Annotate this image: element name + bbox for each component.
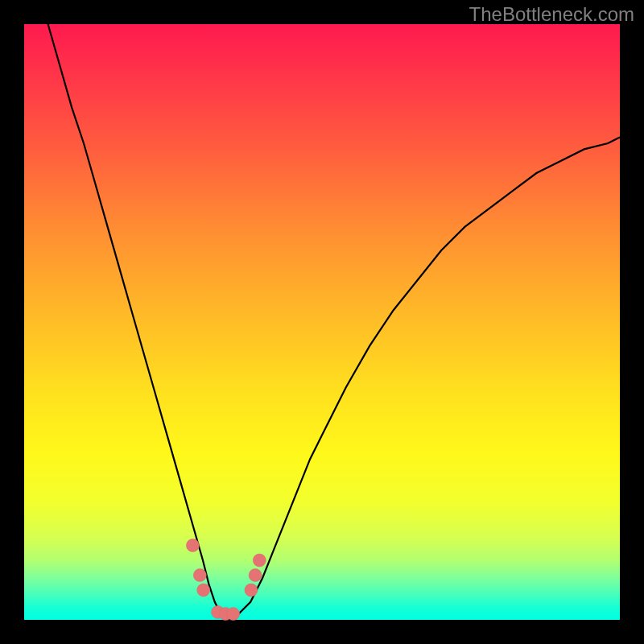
highlight-marker [186, 539, 199, 552]
curve-series [48, 24, 620, 620]
chart-container: TheBottleneck.com [0, 0, 644, 644]
plot-area [24, 24, 620, 620]
highlight-marker [197, 584, 210, 597]
highlight-marker [253, 554, 266, 567]
highlight-marker [227, 608, 240, 621]
highlight-marker [249, 569, 262, 582]
watermark-text: TheBottleneck.com [469, 3, 634, 26]
highlight-marker [245, 584, 258, 597]
highlight-markers [186, 539, 266, 621]
highlight-marker [193, 569, 206, 582]
chart-svg [24, 24, 620, 620]
